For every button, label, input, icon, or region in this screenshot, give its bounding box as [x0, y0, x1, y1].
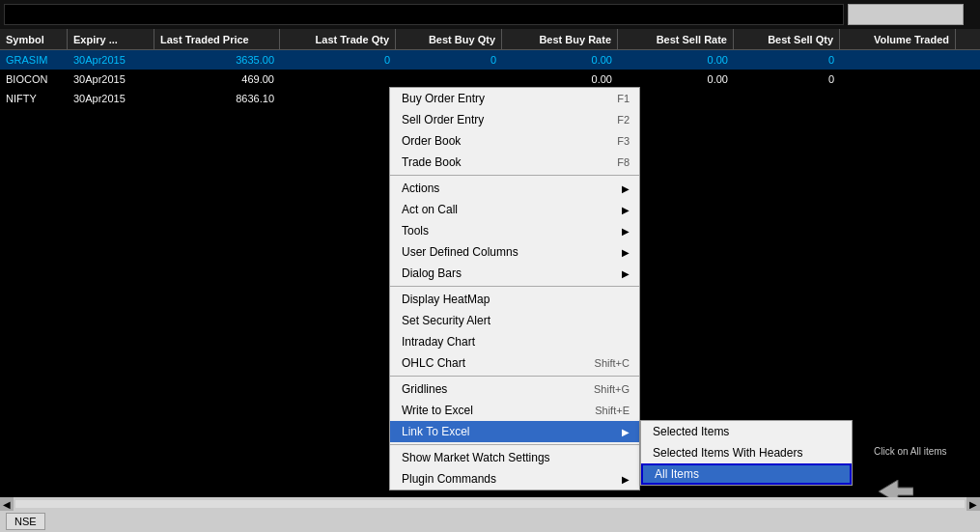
- status-tab-nse[interactable]: NSE: [6, 513, 45, 530]
- cell-expiry: 30Apr2015: [68, 50, 154, 70]
- scroll-track[interactable]: [15, 500, 965, 508]
- submenu-item-selected-items[interactable]: Selected Items: [641, 421, 852, 442]
- menu-item-shortcut-or-arrow: F8: [617, 156, 630, 168]
- menu-item-shortcut-or-arrow: ▶: [622, 205, 630, 215]
- cell-bbr: 0.00: [502, 70, 618, 89]
- menu-item-shortcut-or-arrow: ▶: [622, 268, 630, 279]
- menu-item-label: Sell Order Entry: [402, 113, 484, 126]
- col-header-ltq: Last Trade Qty: [280, 29, 396, 49]
- menu-submenu-arrow: ▶: [622, 247, 630, 258]
- menu-submenu-arrow: ▶: [622, 226, 630, 237]
- menu-item-sell-order-entry[interactable]: Sell Order EntryF2: [390, 109, 639, 130]
- cell-expiry: 30Apr2015: [68, 89, 154, 108]
- menu-item-label: Act on Call: [402, 203, 458, 216]
- menu-shortcut: F8: [617, 156, 630, 168]
- menu-submenu-arrow: ▶: [622, 205, 630, 215]
- col-header-bbr: Best Buy Rate: [502, 29, 618, 49]
- menu-item-act-on-call[interactable]: Act on Call▶: [390, 199, 639, 220]
- menu-shortcut: Shift+C: [595, 357, 630, 369]
- menu-item-shortcut-or-arrow: Shift+E: [595, 405, 630, 416]
- menu-item-label: Set Security Alert: [402, 314, 490, 327]
- menu-item-label: Write to Excel: [402, 404, 473, 417]
- menu-divider: [390, 175, 639, 176]
- top-bar-input[interactable]: [4, 4, 844, 25]
- col-header-bsq: Best Sell Qty: [734, 29, 840, 49]
- menu-item-label: User Defined Columns: [402, 245, 518, 259]
- table-row[interactable]: BIOCON 30Apr2015 469.00 0.00 0.00 0: [0, 70, 980, 89]
- menu-item-link-to-excel[interactable]: Link To Excel▶: [390, 421, 639, 442]
- menu-item-shortcut-or-arrow: F2: [617, 114, 630, 126]
- submenu-link-excel: Selected ItemsSelected Items With Header…: [640, 420, 853, 486]
- submenu-item-all-items[interactable]: All Items: [641, 463, 852, 485]
- menu-item-label: Trade Book: [402, 155, 462, 169]
- cell-ltp: 3635.00: [154, 50, 280, 70]
- menu-item-label: Dialog Bars: [402, 266, 462, 280]
- menu-shortcut: Shift+G: [594, 383, 630, 395]
- top-bar: [0, 0, 980, 29]
- cell-ltp: 469.00: [154, 70, 280, 89]
- menu-divider: [390, 376, 639, 377]
- submenu-item-selected-items-with-headers[interactable]: Selected Items With Headers: [641, 442, 852, 463]
- top-bar-scroll[interactable]: [848, 4, 964, 25]
- cell-bbq: [396, 70, 502, 89]
- col-header-ltp: Last Traded Price: [154, 29, 280, 49]
- menu-item-write-to-excel[interactable]: Write to ExcelShift+E: [390, 400, 639, 421]
- menu-item-set-security-alert[interactable]: Set Security Alert: [390, 310, 639, 331]
- menu-item-label: Intraday Chart: [402, 335, 475, 349]
- menu-item-buy-order-entry[interactable]: Buy Order EntryF1: [390, 88, 639, 109]
- table-row[interactable]: GRASIM 30Apr2015 3635.00 0 0 0.00 0.00 0: [0, 50, 980, 70]
- menu-item-dialog-bars[interactable]: Dialog Bars▶: [390, 263, 639, 284]
- table-header: Symbol Expiry ... Last Traded Price Last…: [0, 29, 980, 50]
- menu-shortcut: Shift+E: [595, 405, 630, 416]
- menu-item-shortcut-or-arrow: ▶: [622, 183, 630, 194]
- menu-item-label: Tools: [402, 224, 429, 238]
- menu-item-actions[interactable]: Actions▶: [390, 178, 639, 199]
- menu-shortcut: F1: [617, 93, 630, 104]
- menu-shortcut: F2: [617, 114, 630, 126]
- menu-item-gridlines[interactable]: GridlinesShift+G: [390, 378, 639, 400]
- cell-symbol: GRASIM: [0, 50, 68, 70]
- menu-item-shortcut-or-arrow: ▶: [622, 427, 630, 437]
- menu-item-label: Actions: [402, 182, 439, 195]
- horizontal-scrollbar[interactable]: ◀ ▶: [0, 497, 980, 511]
- menu-item-shortcut-or-arrow: Shift+G: [594, 383, 630, 395]
- col-header-vt: Volume Traded: [840, 29, 956, 49]
- menu-submenu-arrow: ▶: [622, 183, 630, 194]
- cell-ltp: 8636.10: [154, 89, 280, 108]
- cell-ltq: 0: [280, 50, 396, 70]
- scroll-left-button[interactable]: ◀: [0, 497, 14, 511]
- menu-item-shortcut-or-arrow: F1: [617, 93, 630, 104]
- menu-item-user-defined-columns[interactable]: User Defined Columns▶: [390, 241, 639, 263]
- cell-vt: [840, 89, 956, 108]
- submenu-item-label: Selected Items With Headers: [653, 446, 802, 460]
- status-bar: NSE: [0, 511, 980, 532]
- menu-item-show-market-watch-settings[interactable]: Show Market Watch Settings: [390, 447, 639, 468]
- menu-item-label: Show Market Watch Settings: [402, 451, 550, 464]
- menu-shortcut: F3: [617, 135, 630, 147]
- cell-bbq: 0: [396, 50, 502, 70]
- menu-item-order-book[interactable]: Order BookF3: [390, 130, 639, 152]
- menu-item-shortcut-or-arrow: ▶: [622, 474, 630, 485]
- cell-vt: [840, 50, 956, 70]
- menu-item-intraday-chart[interactable]: Intraday Chart: [390, 331, 639, 352]
- cell-ltq: [280, 70, 396, 89]
- col-header-expiry: Expiry ...: [68, 29, 154, 49]
- menu-submenu-arrow: ▶: [622, 268, 630, 279]
- menu-item-label: Buy Order Entry: [402, 92, 485, 105]
- menu-item-display-heatmap[interactable]: Display HeatMap: [390, 289, 639, 310]
- menu-item-label: Plugin Commands: [402, 472, 496, 486]
- menu-item-tools[interactable]: Tools▶: [390, 220, 639, 241]
- cell-bsq: 0: [734, 70, 840, 89]
- menu-item-plugin-commands[interactable]: Plugin Commands▶: [390, 468, 639, 490]
- menu-item-trade-book[interactable]: Trade BookF8: [390, 152, 639, 173]
- col-header-bbq: Best Buy Qty: [396, 29, 502, 49]
- submenu-item-label: All Items: [655, 467, 699, 481]
- cell-vt: [840, 70, 956, 89]
- menu-item-ohlc-chart[interactable]: OHLC ChartShift+C: [390, 352, 639, 374]
- scroll-right-button[interactable]: ▶: [966, 497, 980, 511]
- menu-item-label: Gridlines: [402, 382, 447, 396]
- menu-divider: [390, 444, 639, 445]
- submenu-item-label: Selected Items: [653, 425, 729, 438]
- col-header-bsr: Best Sell Rate: [618, 29, 734, 49]
- cell-bsq: 0: [734, 50, 840, 70]
